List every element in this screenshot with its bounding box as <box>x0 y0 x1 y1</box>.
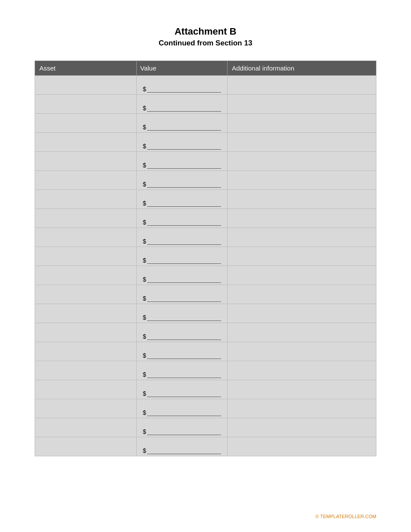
value-input[interactable] <box>147 388 221 397</box>
asset-cell[interactable] <box>35 209 137 228</box>
asset-cell[interactable] <box>35 171 137 190</box>
additional-info-cell[interactable] <box>228 418 376 437</box>
value-cell[interactable]: $ <box>137 76 228 95</box>
table-row: $ <box>35 304 376 323</box>
value-cell[interactable]: $ <box>137 342 228 361</box>
value-input[interactable] <box>147 407 221 416</box>
additional-info-cell[interactable] <box>228 95 376 114</box>
asset-cell[interactable] <box>35 95 137 114</box>
dollar-sign: $ <box>143 390 146 399</box>
table-row: $ <box>35 361 376 380</box>
additional-info-cell[interactable] <box>228 133 376 152</box>
value-input[interactable] <box>147 103 221 112</box>
additional-info-cell[interactable] <box>228 266 376 285</box>
value-input[interactable] <box>147 217 221 226</box>
dollar-sign: $ <box>143 162 146 170</box>
additional-info-cell[interactable] <box>228 304 376 323</box>
value-input[interactable] <box>147 312 221 321</box>
page-subtitle: Continued from Section 13 <box>35 39 376 48</box>
value-input[interactable] <box>147 141 221 150</box>
asset-cell[interactable] <box>35 285 137 304</box>
dollar-sign: $ <box>143 200 146 208</box>
value-cell[interactable]: $ <box>137 228 228 247</box>
additional-info-cell[interactable] <box>228 171 376 190</box>
value-input[interactable] <box>147 179 221 188</box>
asset-cell[interactable] <box>35 437 137 456</box>
value-cell[interactable]: $ <box>137 171 228 190</box>
value-cell[interactable]: $ <box>137 95 228 114</box>
asset-cell[interactable] <box>35 399 137 418</box>
additional-info-cell[interactable] <box>228 247 376 266</box>
asset-cell[interactable] <box>35 76 137 95</box>
value-input[interactable] <box>147 274 221 283</box>
value-input[interactable] <box>147 293 221 302</box>
page: Attachment B Continued from Section 13 A… <box>0 0 411 532</box>
dollar-sign: $ <box>143 86 146 94</box>
dollar-sign: $ <box>143 371 146 380</box>
additional-info-cell[interactable] <box>228 152 376 171</box>
value-input[interactable] <box>147 350 221 359</box>
additional-info-cell[interactable] <box>228 380 376 399</box>
asset-cell[interactable] <box>35 114 137 133</box>
value-cell[interactable]: $ <box>137 437 228 456</box>
additional-info-cell[interactable] <box>228 190 376 209</box>
value-cell[interactable]: $ <box>137 361 228 380</box>
table-row: $ <box>35 133 376 152</box>
asset-cell[interactable] <box>35 323 137 342</box>
value-cell[interactable]: $ <box>137 399 228 418</box>
value-input[interactable] <box>147 369 221 378</box>
asset-cell[interactable] <box>35 266 137 285</box>
additional-info-cell[interactable] <box>228 228 376 247</box>
value-cell[interactable]: $ <box>137 152 228 171</box>
value-input[interactable] <box>147 236 221 245</box>
dollar-sign: $ <box>143 238 146 247</box>
value-cell[interactable]: $ <box>137 190 228 209</box>
value-input[interactable] <box>147 198 221 207</box>
asset-cell[interactable] <box>35 247 137 266</box>
table-row: $ <box>35 323 376 342</box>
additional-info-cell[interactable] <box>228 399 376 418</box>
value-cell[interactable]: $ <box>137 285 228 304</box>
additional-info-cell[interactable] <box>228 76 376 95</box>
value-input[interactable] <box>147 255 221 264</box>
additional-info-cell[interactable] <box>228 209 376 228</box>
footer-text: © TEMPLATEROLLER.COM <box>315 514 376 519</box>
dollar-sign: $ <box>143 124 146 132</box>
table-row: $ <box>35 76 376 95</box>
header: Attachment B Continued from Section 13 <box>35 26 376 48</box>
value-input[interactable] <box>147 426 221 435</box>
asset-cell[interactable] <box>35 228 137 247</box>
value-cell[interactable]: $ <box>137 114 228 133</box>
asset-cell[interactable] <box>35 342 137 361</box>
additional-info-cell[interactable] <box>228 342 376 361</box>
additional-info-cell[interactable] <box>228 114 376 133</box>
asset-cell[interactable] <box>35 418 137 437</box>
table-row: $ <box>35 190 376 209</box>
additional-info-cell[interactable] <box>228 361 376 380</box>
value-cell[interactable]: $ <box>137 247 228 266</box>
value-cell[interactable]: $ <box>137 209 228 228</box>
value-input[interactable] <box>147 122 221 131</box>
additional-info-cell[interactable] <box>228 285 376 304</box>
value-input[interactable] <box>147 445 221 454</box>
asset-cell[interactable] <box>35 304 137 323</box>
value-cell[interactable]: $ <box>137 266 228 285</box>
value-cell[interactable]: $ <box>137 304 228 323</box>
additional-info-cell[interactable] <box>228 323 376 342</box>
dollar-sign: $ <box>143 181 146 189</box>
asset-cell[interactable] <box>35 380 137 399</box>
asset-cell[interactable] <box>35 152 137 171</box>
value-cell[interactable]: $ <box>137 418 228 437</box>
value-input[interactable] <box>147 84 221 93</box>
value-cell[interactable]: $ <box>137 323 228 342</box>
additional-info-cell[interactable] <box>228 437 376 456</box>
value-cell[interactable]: $ <box>137 380 228 399</box>
table-row: $ <box>35 418 376 437</box>
asset-cell[interactable] <box>35 361 137 380</box>
asset-cell[interactable] <box>35 133 137 152</box>
value-input[interactable] <box>147 331 221 340</box>
value-input[interactable] <box>147 160 221 169</box>
dollar-sign: $ <box>143 314 146 323</box>
asset-cell[interactable] <box>35 190 137 209</box>
value-cell[interactable]: $ <box>137 133 228 152</box>
